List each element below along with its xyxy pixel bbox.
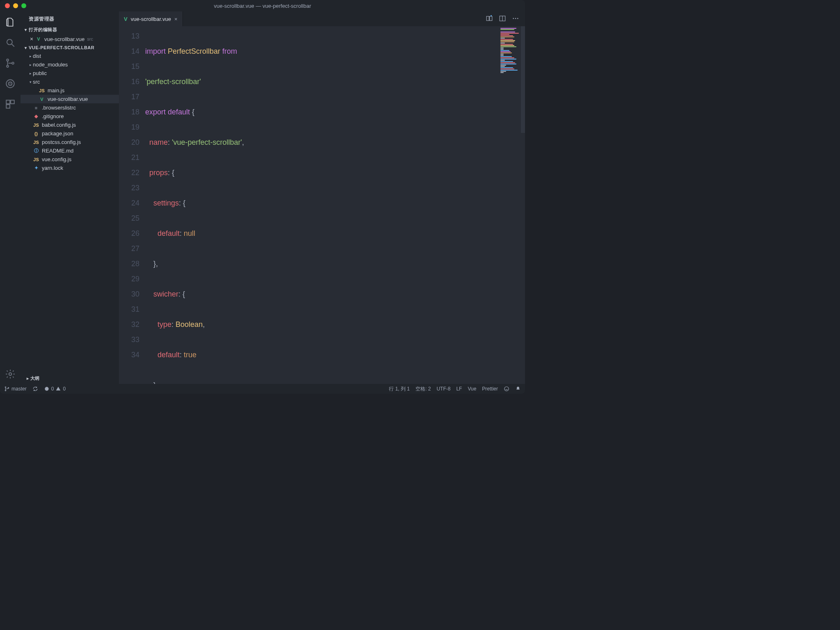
svg-point-22: [45, 387, 48, 390]
open-editor-path: src: [87, 37, 93, 41]
code-content[interactable]: import PerfectScrollbar from 'perfect-sc…: [145, 26, 496, 384]
file-package-json[interactable]: {}package.json: [21, 129, 119, 138]
open-editors-label: 打开的编辑器: [29, 27, 57, 33]
svg-point-3: [7, 65, 9, 67]
search-icon[interactable]: [5, 37, 16, 48]
chevron-right-icon: ▸: [28, 71, 33, 75]
git-branch-icon: [4, 386, 10, 392]
svg-point-4: [12, 62, 14, 64]
project-header[interactable]: ▾ VUE-PERFECT-SCROLLBAR: [21, 43, 119, 52]
folder-src[interactable]: ▾src: [21, 78, 119, 86]
svg-point-18: [517, 18, 518, 19]
open-editors-header[interactable]: ▾ 打开的编辑器: [21, 25, 119, 34]
editor-actions: [480, 11, 525, 26]
file-vue-config[interactable]: JSvue.config.js: [21, 155, 119, 164]
line-number-gutter: 131415 161718 192021 222324 252627 28293…: [119, 26, 145, 384]
js-file-icon: JS: [33, 123, 39, 128]
git-branch-status[interactable]: master: [4, 386, 27, 392]
chevron-right-icon: ▸: [28, 54, 33, 58]
activity-bar: [0, 11, 21, 384]
sync-icon: [32, 386, 38, 392]
window-title: vue-scrollbar.vue — vue-perfect-scrollba…: [0, 3, 525, 9]
svg-line-1: [11, 44, 14, 47]
file-gitignore[interactable]: ◆.gitignore: [21, 112, 119, 121]
indentation-status[interactable]: 空格: 2: [415, 386, 431, 393]
minimap-content: [500, 28, 523, 73]
file-postcss-config[interactable]: JSpostcss.config.js: [21, 138, 119, 146]
svg-point-16: [513, 18, 514, 19]
explorer-icon[interactable]: [5, 16, 16, 28]
svg-point-17: [515, 18, 516, 19]
minimap-viewport[interactable]: [521, 26, 525, 133]
chevron-right-icon: ▸: [25, 376, 30, 381]
tab-vue-scrollbar[interactable]: V vue-scrollbar.vue ×: [119, 11, 183, 26]
chevron-down-icon: ▾: [23, 46, 29, 50]
git-file-icon: ◆: [33, 114, 39, 119]
settings-gear-icon[interactable]: [5, 368, 16, 380]
open-editor-item[interactable]: × V vue-scrollbar.vue src: [21, 34, 119, 43]
editor-area[interactable]: 131415 161718 192021 222324 252627 28293…: [119, 26, 525, 384]
sync-status[interactable]: [32, 386, 38, 392]
svg-point-2: [7, 59, 9, 61]
lock-file-icon: ✦: [33, 165, 39, 171]
svg-point-19: [5, 387, 6, 388]
error-icon: [44, 386, 50, 392]
notifications-icon[interactable]: [515, 386, 521, 392]
file-vue-scrollbar[interactable]: Vvue-scrollbar.vue: [21, 95, 119, 103]
folder-dist[interactable]: ▸dist: [21, 52, 119, 60]
svg-point-20: [5, 390, 6, 391]
js-file-icon: JS: [39, 88, 45, 93]
title-bar: vue-scrollbar.vue — vue-perfect-scrollba…: [0, 0, 525, 11]
file-readme[interactable]: ⓘREADME.md: [21, 146, 119, 155]
svg-point-0: [7, 39, 12, 45]
vue-file-icon: V: [124, 16, 128, 22]
svg-rect-9: [6, 105, 10, 108]
svg-rect-7: [6, 100, 10, 104]
explorer-sidebar: 资源管理器 ▾ 打开的编辑器 × V vue-scrollbar.vue src…: [21, 11, 119, 384]
feedback-icon[interactable]: [504, 386, 509, 392]
file-babel-config[interactable]: JSbabel.config.js: [21, 121, 119, 129]
minimap[interactable]: [496, 26, 525, 384]
js-file-icon: JS: [33, 140, 39, 145]
encoding-status[interactable]: UTF-8: [436, 386, 450, 392]
file-main-js[interactable]: JSmain.js: [21, 86, 119, 95]
eol-status[interactable]: LF: [456, 386, 462, 392]
info-file-icon: ⓘ: [33, 148, 39, 154]
explorer-title: 资源管理器: [21, 11, 119, 25]
vue-file-icon: V: [35, 37, 42, 41]
problems-status[interactable]: 0 0: [44, 386, 66, 392]
file-browserslistrc[interactable]: ≡.browserslistrc: [21, 103, 119, 112]
status-bar: master 0 0 行 1, 列 1 空格: 2 UTF-8 LF Vue P…: [0, 384, 525, 394]
svg-point-13: [491, 15, 492, 16]
tab-label: vue-scrollbar.vue: [131, 16, 171, 22]
split-editor-icon[interactable]: [499, 15, 506, 23]
svg-point-10: [9, 373, 12, 376]
warning-icon: [55, 386, 61, 392]
more-actions-icon[interactable]: [512, 15, 519, 23]
js-file-icon: JS: [33, 157, 39, 162]
open-editor-filename: vue-scrollbar.vue: [44, 36, 84, 42]
close-tab-icon[interactable]: ×: [174, 16, 178, 22]
extensions-icon[interactable]: [5, 98, 16, 110]
text-file-icon: ≡: [33, 105, 39, 110]
chevron-down-icon: ▾: [23, 27, 29, 32]
outline-header[interactable]: ▸ 大纲: [21, 373, 119, 384]
source-control-icon[interactable]: [5, 57, 16, 69]
language-mode[interactable]: Vue: [468, 386, 476, 392]
editor-tabs: V vue-scrollbar.vue ×: [119, 11, 525, 26]
folder-public[interactable]: ▸public: [21, 69, 119, 78]
chevron-down-icon: ▾: [28, 80, 33, 84]
file-yarn-lock[interactable]: ✦yarn.lock: [21, 164, 119, 172]
close-icon[interactable]: ×: [29, 36, 34, 42]
svg-rect-8: [11, 100, 14, 104]
cursor-position[interactable]: 行 1, 列 1: [389, 386, 410, 393]
svg-point-23: [504, 387, 509, 391]
compare-changes-icon[interactable]: [486, 15, 493, 23]
debug-icon[interactable]: [5, 78, 16, 89]
formatter-status[interactable]: Prettier: [482, 386, 498, 392]
project-name: VUE-PERFECT-SCROLLBAR: [29, 45, 94, 50]
svg-rect-12: [490, 16, 492, 21]
svg-rect-11: [486, 16, 489, 21]
json-file-icon: {}: [33, 131, 39, 136]
folder-node-modules[interactable]: ▸node_modules: [21, 60, 119, 69]
